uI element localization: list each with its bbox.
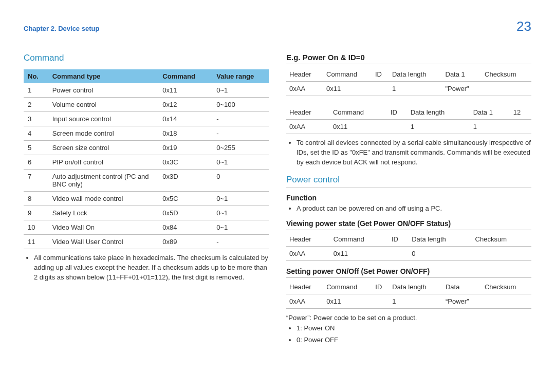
table-row: 0xAA 0x11 1 "Power" [286, 82, 531, 96]
th-type: Command type [48, 69, 159, 83]
power-control-title: Power control [286, 175, 531, 188]
table-header-row: No. Command type Command Value range [24, 69, 269, 83]
table-row: 8Video wall mode control0x5C0~1 [24, 192, 269, 206]
chapter-label: Chapter 2. Device setup [24, 25, 99, 32]
th-range: Value range [212, 69, 269, 83]
function-list: A product can be powered on and off usin… [286, 204, 531, 214]
power-off: 0: Power OFF [297, 335, 531, 345]
page-number: 23 [516, 18, 531, 34]
eg-notes: To control all devices connected by a se… [286, 138, 531, 167]
table-row: 10Video Wall On0x840~1 [24, 220, 269, 235]
topbar: Chapter 2. Device setup 23 [24, 18, 531, 34]
eg-title: E.g. Power On & ID=0 [286, 53, 531, 64]
table-row: 5Screen size control0x190~255 [24, 141, 269, 155]
table-row: 1Power control0x110~1 [24, 83, 269, 98]
table-row: 0xAA 0x11 0 [286, 247, 531, 261]
table-row: 2Volume control0x120~100 [24, 98, 269, 112]
table-row: 7Auto adjustment control (PC and BNC onl… [24, 170, 269, 192]
table-header-row: Header Command ID Data length Data 1 Che… [286, 67, 531, 82]
th-cmd: Command [158, 69, 212, 83]
eg-note: To control all devices connected by a se… [297, 138, 531, 167]
view-title: Viewing power state (Get Power ON/OFF St… [286, 219, 531, 230]
eg-table-2: Header Command ID Data length Data 1 12 … [286, 105, 531, 134]
th-no: No. [24, 69, 48, 83]
table-row: 6PIP on/off control0x3C0~1 [24, 155, 269, 170]
table-row: 11Video Wall User Control0x89- [24, 235, 269, 249]
power-note: “Power”: Power code to be set on a produ… [286, 314, 531, 322]
set-table: Header Command ID Data length Data Check… [286, 280, 531, 309]
set-title: Setting power ON/Off (Set Power ON/OFF) [286, 267, 531, 278]
left-column: Command No. Command type Command Value r… [24, 46, 269, 347]
columns: Command No. Command type Command Value r… [24, 46, 531, 347]
table-row: 9Safety Lock0x5D0~1 [24, 206, 269, 220]
view-table: Header Command ID Data length Checksum 0… [286, 232, 531, 261]
table-row: 3Input source control0x14- [24, 112, 269, 126]
eg-table-1: Header Command ID Data length Data 1 Che… [286, 67, 531, 96]
left-notes: All communications take place in hexadec… [24, 253, 269, 283]
table-row: 4Screen mode control0x18- [24, 126, 269, 141]
table-row: 0xAA 0x11 1 “Power” [286, 294, 531, 309]
right-column: E.g. Power On & ID=0 Header Command ID D… [286, 46, 531, 347]
left-note: All communications take place in hexadec… [34, 253, 269, 283]
section-title-command: Command [24, 53, 269, 65]
power-codes: 1: Power ON 0: Power OFF [286, 324, 531, 345]
function-text: A product can be powered on and off usin… [297, 204, 531, 214]
table-header-row: Header Command ID Data length Data 1 12 [286, 105, 531, 120]
command-table: No. Command type Command Value range 1Po… [24, 69, 269, 249]
power-on: 1: Power ON [297, 324, 531, 333]
table-header-row: Header Command ID Data length Data Check… [286, 280, 531, 294]
table-row: 0xAA 0x11 1 1 [286, 120, 531, 134]
page: Chapter 2. Device setup 23 Command No. C… [0, 0, 555, 368]
function-label: Function [286, 194, 531, 202]
table-header-row: Header Command ID Data length Checksum [286, 232, 531, 247]
